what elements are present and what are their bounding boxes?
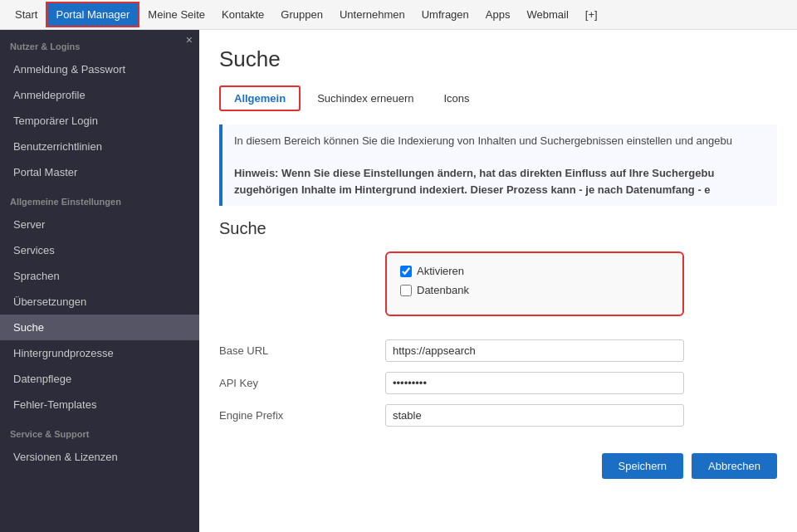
info-text: In diesem Bereich können Sie die Indexie… [234,134,732,147]
top-nav: Start Portal Manager Meine Seite Kontakt… [0,0,797,30]
section-heading: Suche [219,219,777,238]
tab-allgemein[interactable]: Allgemein [219,85,301,111]
layout: × Nutzer & Logins Anmeldung & Passwort A… [0,30,797,532]
nav-plus[interactable]: [+] [577,3,606,26]
sidebar-section-allgemein: Allgemeine Einstellungen [0,185,199,212]
nav-umfragen[interactable]: Umfragen [413,3,477,26]
base-url-label: Base URL [219,339,385,357]
sidebar-item-anmeldung[interactable]: Anmeldung & Passwort [0,56,199,82]
warning-text: Hinweis: Wenn Sie diese Einstellungen än… [234,167,714,196]
sidebar-section-service: Service & Support [0,417,199,444]
sidebar-item-portal-master[interactable]: Portal Master [0,159,199,185]
checkbox-aktivieren[interactable] [400,266,412,277]
checkbox-datenbank-row: Datenbank [400,284,669,296]
api-key-label: API Key [219,372,385,389]
info-box: In diesem Bereich können Sie die Indexie… [219,124,777,206]
nav-webmail[interactable]: Webmail [518,3,576,26]
nav-apps[interactable]: Apps [477,3,519,26]
form-area: Aktivieren Datenbank Base URL API Key [219,251,777,437]
sidebar-item-datenpflege[interactable]: Datenpflege [0,366,199,392]
sidebar-item-hintergrundprozesse[interactable]: Hintergrundprozesse [0,340,199,366]
sidebar-item-versionen[interactable]: Versionen & Lizenzen [0,444,199,470]
sidebar-item-anmeldeprofile[interactable]: Anmeldeprofile [0,82,199,108]
tab-icons[interactable]: Icons [430,87,482,110]
nav-unternehmen[interactable]: Unternehmen [331,3,413,26]
engine-prefix-row: Engine Prefix [219,404,777,427]
sidebar-item-temp-login[interactable]: Temporärer Login [0,108,199,134]
engine-prefix-label: Engine Prefix [219,404,385,422]
sidebar-close-icon[interactable]: × [186,33,193,46]
checkbox-datenbank[interactable] [400,285,412,296]
page-title: Suche [219,46,777,72]
nav-meine-seite[interactable]: Meine Seite [139,3,213,26]
sidebar-item-services[interactable]: Services [0,237,199,263]
sidebar-item-fehler-templates[interactable]: Fehler-Templates [0,392,199,417]
sidebar-item-benutzerrichtlinien[interactable]: Benutzerrichtlinien [0,134,199,159]
sidebar: × Nutzer & Logins Anmeldung & Passwort A… [0,30,199,532]
sidebar-section-nutzer: Nutzer & Logins [0,30,199,56]
nav-gruppen[interactable]: Gruppen [272,3,331,26]
settings-row: Aktivieren Datenbank [219,251,777,329]
tab-suchindex[interactable]: Suchindex erneuern [304,87,427,110]
sidebar-item-suche[interactable]: Suche [0,315,199,340]
sidebar-item-server[interactable]: Server [0,212,199,237]
label-aktivieren: Aktivieren [417,265,464,277]
api-key-input[interactable] [385,372,684,394]
base-url-input[interactable] [385,339,684,362]
nav-start[interactable]: Start [7,3,46,26]
nav-kontakte[interactable]: Kontakte [213,3,272,26]
cancel-button[interactable]: Abbrechen [692,453,777,479]
sidebar-item-uebersetzungen[interactable]: Übersetzungen [0,289,199,315]
api-key-row: API Key [219,372,777,394]
buttons-row: Speichern Abbrechen [219,453,777,479]
nav-portal-manager[interactable]: Portal Manager [46,2,139,27]
save-button[interactable]: Speichern [602,453,684,479]
main-content: Suche Allgemein Suchindex erneuern Icons… [199,30,797,532]
empty-label [219,251,385,256]
label-datenbank: Datenbank [417,284,469,296]
tabs-container: Allgemein Suchindex erneuern Icons [219,85,777,111]
sidebar-item-sprachen[interactable]: Sprachen [0,263,199,289]
engine-prefix-input[interactable] [385,404,684,427]
settings-box: Aktivieren Datenbank [385,251,684,316]
checkbox-aktivieren-row: Aktivieren [400,265,669,277]
base-url-row: Base URL [219,339,777,362]
